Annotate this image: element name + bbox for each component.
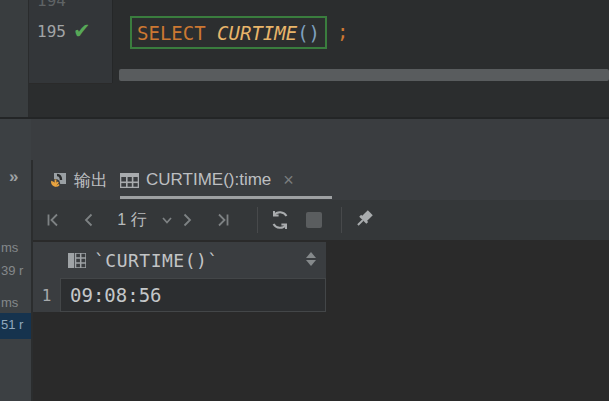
column-header-label: `CURTIME()`: [94, 250, 219, 271]
table-icon: [120, 173, 139, 188]
service-row-selected[interactable]: 51 r: [0, 313, 31, 339]
sort-arrows-icon[interactable]: [306, 252, 316, 266]
results-tool-window: ms 39 r ms 51 r » 输出: [0, 119, 609, 401]
sql-statement: SELECT CURTIME(): [137, 22, 320, 44]
column-header[interactable]: `CURTIME()`: [60, 242, 326, 278]
tab-result-label: CURTIME():time: [146, 170, 271, 190]
sql-editor[interactable]: 194 195 ✔ SELECT CURTIME() ;: [0, 0, 609, 117]
sql-function: CURTIME: [217, 22, 297, 44]
result-cell-time[interactable]: 09:08:56: [60, 278, 326, 312]
service-row-fragment: ms: [1, 295, 18, 310]
refresh-icon[interactable]: [265, 200, 295, 240]
sql-parens: (): [297, 22, 320, 44]
stop-icon: [306, 212, 322, 228]
result-grid: `CURTIME()` 1 09:08:56: [33, 240, 609, 401]
active-tab-underline: [120, 196, 332, 199]
result-toolbar: 1 行: [33, 200, 609, 240]
next-page-button[interactable]: [175, 200, 199, 240]
tab-output-label: 输出: [74, 169, 108, 192]
last-page-button[interactable]: [211, 200, 235, 240]
chevron-down-icon[interactable]: [159, 200, 175, 240]
stop-button[interactable]: [299, 200, 329, 240]
previous-page-button[interactable]: [77, 200, 101, 240]
services-panel-sliver[interactable]: ms 39 r ms 51 r: [0, 119, 31, 401]
ide-window: 194 195 ✔ SELECT CURTIME() ; ms 39 r ms …: [0, 0, 609, 401]
service-row-fragment: 51 r: [1, 317, 23, 332]
output-icon: [50, 172, 67, 189]
service-row-fragment: ms: [1, 240, 18, 255]
sql-keyword: SELECT: [137, 22, 217, 44]
row-number[interactable]: 1: [33, 278, 60, 312]
gutter-divider: [112, 0, 113, 83]
tab-result-curtime[interactable]: CURTIME():time ×: [120, 160, 332, 200]
executed-statement-highlight[interactable]: SELECT CURTIME(): [130, 16, 327, 49]
column-icon: [68, 253, 86, 268]
page-size-label[interactable]: 1 行: [105, 200, 159, 240]
hidden-tabs-chevron-icon[interactable]: »: [9, 167, 15, 187]
toolbar-separator: [341, 207, 342, 233]
statement-success-check-icon: ✔: [73, 19, 91, 43]
service-row-fragment: 39 r: [1, 263, 23, 278]
editor-horizontal-scrollbar[interactable]: [119, 69, 609, 81]
toolbar-separator: [257, 207, 258, 233]
grid-corner[interactable]: [33, 242, 60, 278]
left-panel-sliver: [0, 0, 29, 117]
editor-gutter: 194 195 ✔: [29, 0, 112, 84]
tab-output[interactable]: 输出: [50, 160, 108, 200]
pin-icon[interactable]: [349, 200, 381, 240]
sql-semicolon: ;: [337, 20, 348, 42]
close-icon[interactable]: ×: [283, 171, 294, 189]
line-number-194: 194: [37, 0, 99, 10]
first-page-button[interactable]: [41, 200, 65, 240]
